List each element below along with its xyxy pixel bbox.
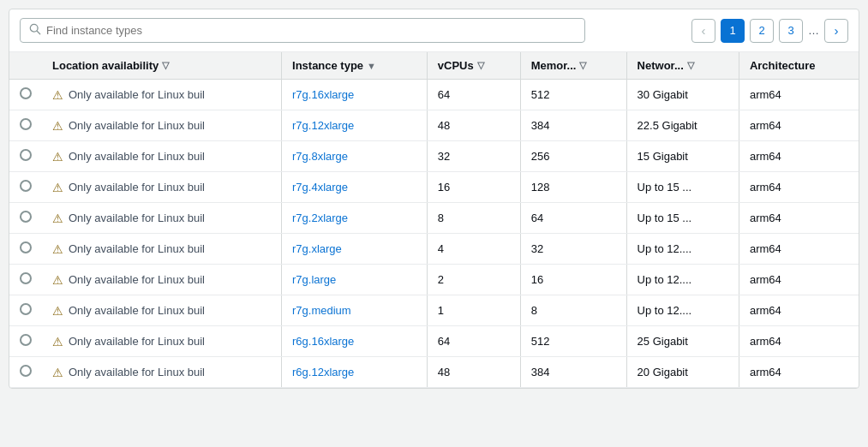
page-3-button[interactable]: 3 <box>779 19 803 43</box>
row-select-cell[interactable] <box>9 203 42 234</box>
warning-icon: ⚠ <box>52 304 63 318</box>
radio-button[interactable] <box>20 180 32 192</box>
table-row[interactable]: ⚠ Only available for Linux buil r7g.2xla… <box>9 203 859 234</box>
instance-type-link[interactable]: r7g.large <box>292 273 336 286</box>
memory-cell: 384 <box>520 110 626 141</box>
row-select-cell[interactable] <box>9 141 42 172</box>
table-row[interactable]: ⚠ Only available for Linux buil r7g.8xla… <box>9 141 859 172</box>
page-1-button[interactable]: 1 <box>721 19 745 43</box>
row-select-cell[interactable] <box>9 80 42 110</box>
next-page-button[interactable]: › <box>824 19 848 43</box>
row-select-cell[interactable] <box>9 172 42 203</box>
instance-type-cell[interactable]: r6g.16xlarge <box>282 326 428 357</box>
instance-type-cell[interactable]: r7g.16xlarge <box>282 80 428 110</box>
table-row[interactable]: ⚠ Only available for Linux buil r7g.xlar… <box>9 234 859 265</box>
col-memory[interactable]: Memor... ▽ <box>520 52 626 80</box>
instance-type-link[interactable]: r7g.8xlarge <box>292 150 348 163</box>
radio-button[interactable] <box>20 87 32 99</box>
col-instance-type[interactable]: Instance type ▼ <box>282 52 428 80</box>
instance-type-cell[interactable]: r7g.large <box>282 265 428 295</box>
col-vcpus[interactable]: vCPUs ▽ <box>427 52 520 80</box>
radio-button[interactable] <box>20 272 32 284</box>
instance-type-link[interactable]: r6g.16xlarge <box>292 335 354 348</box>
warning-text: Only available for Linux buil <box>69 335 205 348</box>
warning-icon: ⚠ <box>52 212 63 225</box>
radio-button[interactable] <box>20 303 32 315</box>
radio-button[interactable] <box>20 149 32 161</box>
row-select-cell[interactable] <box>9 110 42 141</box>
instance-type-link[interactable]: r7g.2xlarge <box>292 212 348 224</box>
location-availability-cell: ⚠ Only available for Linux buil <box>42 326 282 357</box>
architecture-cell: arm64 <box>739 265 859 295</box>
instance-type-link[interactable]: r7g.xlarge <box>292 242 342 255</box>
vcpus-cell: 64 <box>427 80 520 110</box>
table-row[interactable]: ⚠ Only available for Linux buil r7g.larg… <box>9 265 859 295</box>
warning-icon: ⚠ <box>52 273 63 287</box>
col-architecture: Architecture <box>739 52 859 80</box>
instance-type-cell[interactable]: r7g.8xlarge <box>282 141 428 172</box>
svg-line-1 <box>37 31 40 34</box>
prev-page-button[interactable]: ‹ <box>691 19 715 43</box>
row-select-cell[interactable] <box>9 295 42 326</box>
radio-button[interactable] <box>20 211 32 223</box>
table-row[interactable]: ⚠ Only available for Linux buil r7g.12xl… <box>9 110 859 141</box>
architecture-cell: arm64 <box>739 357 859 388</box>
row-select-cell[interactable] <box>9 326 42 357</box>
instance-type-link[interactable]: r7g.12xlarge <box>292 119 354 132</box>
search-input-wrapper[interactable] <box>20 18 585 43</box>
radio-button[interactable] <box>20 334 32 346</box>
memory-cell: 128 <box>520 172 626 203</box>
instance-type-cell[interactable]: r7g.4xlarge <box>282 172 428 203</box>
instance-type-link[interactable]: r7g.16xlarge <box>292 88 354 101</box>
vcpus-cell: 48 <box>427 110 520 141</box>
row-select-cell[interactable] <box>9 357 42 388</box>
radio-button[interactable] <box>20 118 32 130</box>
table-row[interactable]: ⚠ Only available for Linux buil r7g.4xla… <box>9 172 859 203</box>
search-icon <box>29 23 41 38</box>
network-cell: Up to 15 ... <box>626 172 739 203</box>
col-select <box>9 52 42 80</box>
table-row[interactable]: ⚠ Only available for Linux buil r6g.12xl… <box>9 357 859 388</box>
memory-cell: 16 <box>520 265 626 295</box>
instance-type-cell[interactable]: r7g.xlarge <box>282 234 428 265</box>
instance-type-selector: ‹ 1 2 3 … › Location availability ▽ In <box>9 9 859 389</box>
location-availability-cell: ⚠ Only available for Linux buil <box>42 203 282 234</box>
network-cell: Up to 12.... <box>626 234 739 265</box>
instance-type-cell[interactable]: r7g.2xlarge <box>282 203 428 234</box>
radio-button[interactable] <box>20 365 32 377</box>
page-2-button[interactable]: 2 <box>750 19 774 43</box>
instance-type-link[interactable]: r6g.12xlarge <box>292 366 354 378</box>
architecture-cell: arm64 <box>739 234 859 265</box>
memory-cell: 64 <box>520 203 626 234</box>
instance-type-cell[interactable]: r6g.12xlarge <box>282 357 428 388</box>
table-row[interactable]: ⚠ Only available for Linux buil r7g.medi… <box>9 295 859 326</box>
instance-type-link[interactable]: r7g.4xlarge <box>292 181 348 194</box>
row-select-cell[interactable] <box>9 265 42 295</box>
location-sort-icon: ▽ <box>162 60 169 71</box>
memory-cell: 8 <box>520 295 626 326</box>
warning-text: Only available for Linux buil <box>69 181 205 194</box>
warning-text: Only available for Linux buil <box>69 304 205 317</box>
col-location-availability[interactable]: Location availability ▽ <box>42 52 282 80</box>
vcpus-cell: 1 <box>427 295 520 326</box>
instance-type-cell[interactable]: r7g.12xlarge <box>282 110 428 141</box>
architecture-cell: arm64 <box>739 295 859 326</box>
instance-type-cell[interactable]: r7g.medium <box>282 295 428 326</box>
table-row[interactable]: ⚠ Only available for Linux buil r7g.16xl… <box>9 80 859 110</box>
table-row[interactable]: ⚠ Only available for Linux buil r6g.16xl… <box>9 326 859 357</box>
architecture-cell: arm64 <box>739 110 859 141</box>
warning-icon: ⚠ <box>52 119 63 133</box>
location-availability-cell: ⚠ Only available for Linux buil <box>42 295 282 326</box>
pagination: ‹ 1 2 3 … › <box>691 19 848 43</box>
memory-sort-icon: ▽ <box>579 60 586 71</box>
vcpus-cell: 4 <box>427 234 520 265</box>
vcpus-cell: 16 <box>427 172 520 203</box>
col-network[interactable]: Networ... ▽ <box>626 52 739 80</box>
vcpus-cell: 48 <box>427 357 520 388</box>
search-input[interactable] <box>46 24 576 37</box>
row-select-cell[interactable] <box>9 234 42 265</box>
network-cell: Up to 15 ... <box>626 203 739 234</box>
instance-type-link[interactable]: r7g.medium <box>292 304 351 317</box>
warning-text: Only available for Linux buil <box>69 366 205 378</box>
radio-button[interactable] <box>20 241 32 253</box>
